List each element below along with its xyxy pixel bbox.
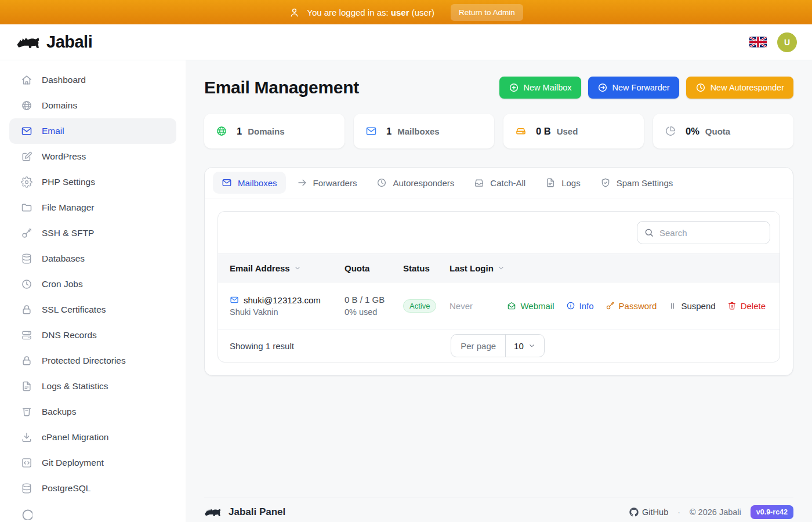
sidebar-item-ssh-sftp[interactable]: SSH & SFTP (9, 220, 176, 246)
delete-action[interactable]: Delete (727, 301, 766, 311)
suspend-action[interactable]: Suspend (668, 301, 715, 311)
copyright-text: © 2026 Jabali (690, 507, 741, 517)
column-header-last-login[interactable]: Last Login (449, 263, 766, 273)
chevron-down-icon (293, 264, 302, 272)
search-input[interactable] (637, 221, 770, 244)
pause-icon (668, 302, 677, 310)
new-autoresponder-button[interactable]: New Autoresponder (686, 77, 793, 99)
stat-card-quota: 0% Quota (653, 114, 793, 148)
sidebar-item-php-settings[interactable]: PHP Settings (9, 169, 176, 195)
pie-chart-icon (665, 125, 676, 137)
globe-icon (216, 125, 227, 137)
arrow-right-icon (297, 177, 307, 188)
stat-value: 1 (237, 126, 242, 137)
mailbox-quota: 0 B / 1 GB (345, 295, 403, 304)
email-panel: Mailboxes Forwarders Autoresponders Catc… (204, 167, 793, 376)
sidebar-item-git-deployment[interactable]: Git Deployment (9, 450, 176, 476)
pagination-row: Showing 1 result Per page 10 (218, 329, 780, 362)
version-badge: v0.9-rc42 (751, 505, 793, 519)
stat-card-domains: 1 Domains (204, 114, 345, 148)
sidebar-item-wordpress[interactable]: WordPress (9, 144, 176, 169)
sidebar-item-domains[interactable]: Domains (9, 93, 176, 118)
sidebar-item-protected-directories[interactable]: Protected Directories (9, 348, 176, 374)
globe-icon (21, 100, 32, 111)
sidebar-nav: Dashboard Domains Email WordPress PHP Se… (0, 60, 186, 522)
tab-spam-settings[interactable]: Spam Settings (592, 172, 682, 194)
per-page-control: Per page 10 (451, 334, 545, 357)
sidebar-item-email[interactable]: Email (9, 118, 176, 144)
sidebar-item-cron-jobs[interactable]: Cron Jobs (9, 271, 176, 297)
plus-circle-icon (509, 82, 519, 93)
shield-check-icon (600, 177, 611, 188)
sidebar-item-file-manager[interactable]: File Manager (9, 195, 176, 220)
stat-value: 1 (386, 126, 392, 137)
arrow-right-circle-icon (597, 82, 608, 93)
table-header-row: Email Address Quota Status Last Login (218, 253, 780, 282)
trash-icon (727, 301, 737, 310)
logged-in-text: You are logged in as: user (user) (307, 8, 434, 17)
stat-label: Mailboxes (397, 126, 440, 136)
mail-open-icon (507, 301, 516, 310)
tab-mailboxes[interactable]: Mailboxes (213, 172, 286, 194)
sidebar-item-dns-records[interactable]: DNS Records (9, 322, 176, 348)
mailboxes-table-card: Email Address Quota Status Last Login (217, 211, 780, 362)
password-action[interactable]: Password (606, 301, 657, 311)
webmail-action[interactable]: Webmail (507, 301, 554, 311)
user-avatar[interactable]: U (777, 32, 797, 52)
tab-autoresponders[interactable]: Autoresponders (368, 172, 463, 194)
tab-forwarders[interactable]: Forwarders (288, 172, 366, 194)
tab-catch-all[interactable]: Catch-All (465, 172, 534, 194)
mailbox-email: shuki@123123.com (244, 295, 321, 305)
archive-icon (21, 406, 32, 418)
stat-label: Domains (248, 126, 284, 136)
tab-logs[interactable]: Logs (536, 172, 589, 194)
search-icon (644, 227, 654, 238)
circle-icon (21, 508, 32, 520)
column-header-quota: Quota (345, 263, 403, 273)
impersonation-banner: You are logged in as: user (user) Return… (0, 0, 812, 24)
main-content: Email Management New Mailbox New Forward… (186, 60, 812, 522)
boar-logo-icon (16, 34, 41, 50)
return-to-admin-button[interactable]: Return to Admin (451, 4, 523, 21)
server-icon (21, 329, 32, 341)
key-icon (21, 227, 32, 239)
footer-separator: · (677, 507, 680, 517)
footer-title: Jabali Panel (229, 506, 285, 518)
edit-icon (21, 151, 32, 162)
mailbox-quota-used: 0% used (345, 307, 403, 317)
column-header-status: Status (403, 263, 449, 273)
lock-icon (21, 355, 32, 367)
sidebar-item-partial[interactable] (9, 501, 176, 522)
github-link[interactable]: GitHub (629, 507, 668, 517)
sidebar-item-databases[interactable]: Databases (9, 246, 176, 271)
info-action[interactable]: Info (566, 301, 594, 311)
sidebar-item-dashboard[interactable]: Dashboard (9, 67, 176, 93)
brand-logo[interactable]: Jabali (16, 32, 92, 52)
new-forwarder-button[interactable]: New Forwarder (588, 77, 679, 99)
language-flag-uk-icon[interactable] (749, 37, 767, 48)
table-row: shuki@123123.com Shuki Vaknin 0 B / 1 GB… (218, 282, 780, 329)
stat-value: 0% (686, 126, 699, 137)
sidebar-item-backups[interactable]: Backups (9, 399, 176, 425)
new-mailbox-button[interactable]: New Mailbox (499, 77, 581, 99)
clock-icon (695, 82, 706, 93)
status-badge: Active (403, 299, 436, 313)
sidebar-item-cpanel-migration[interactable]: cPanel Migration (9, 425, 176, 450)
mail-icon (365, 125, 377, 137)
gear-icon (21, 176, 32, 188)
brand-name: Jabali (46, 32, 92, 52)
file-text-icon (21, 380, 32, 392)
download-icon (21, 432, 32, 443)
sidebar-item-postgresql[interactable]: PostgreSQL (9, 476, 176, 501)
chevron-down-icon (528, 342, 536, 350)
column-header-email-address[interactable]: Email Address (230, 263, 345, 273)
app-header: Jabali U (0, 24, 812, 60)
sidebar-item-logs-statistics[interactable]: Logs & Statistics (9, 374, 176, 399)
page-footer: Jabali Panel GitHub · © 2026 Jabali v0.9… (204, 498, 793, 522)
page-title: Email Management (204, 78, 359, 97)
stat-label: Quota (705, 126, 730, 136)
per-page-select[interactable]: 10 (505, 335, 544, 357)
stat-label: Used (557, 126, 578, 136)
sidebar-item-ssl-certificates[interactable]: SSL Certificates (9, 297, 176, 322)
person-icon (289, 7, 300, 18)
